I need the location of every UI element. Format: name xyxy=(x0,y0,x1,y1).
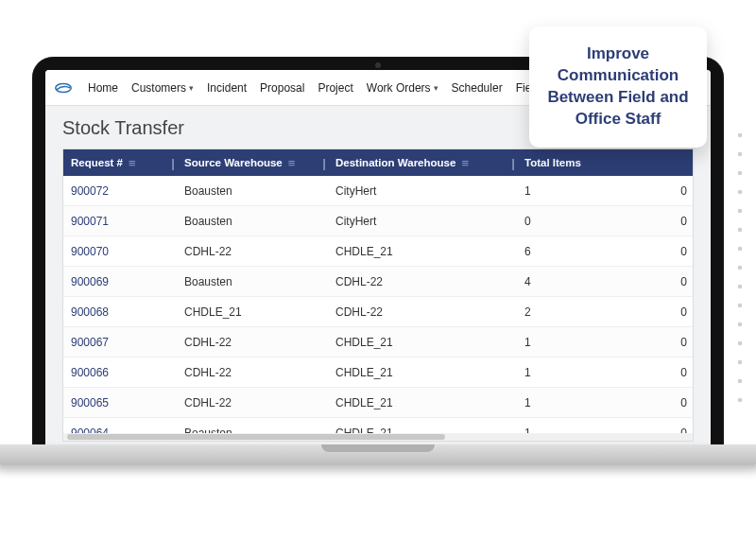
cell-destination: CDHL-22 xyxy=(328,305,517,319)
cell-request-link[interactable]: 900065 xyxy=(63,396,177,409)
table-row[interactable]: 900070CDHL-22CHDLE_2160 xyxy=(63,236,693,267)
cell-total: 1 xyxy=(517,366,640,379)
camera-dot xyxy=(375,62,381,68)
table-row[interactable]: 900068CHDLE_21CDHL-2220 xyxy=(63,297,693,327)
nav-label: Proposal xyxy=(260,81,304,95)
nav-item-work-orders[interactable]: Work Orders▾ xyxy=(360,78,445,98)
cell-extra: 0 xyxy=(640,275,693,288)
nav-label: Home xyxy=(88,81,118,95)
nav-item-customers[interactable]: Customers▾ xyxy=(125,78,200,98)
cell-request-link[interactable]: 900068 xyxy=(63,305,177,319)
cell-extra: 0 xyxy=(640,396,693,409)
cell-total: 4 xyxy=(517,275,640,288)
cell-source: CDHL-22 xyxy=(177,336,328,349)
table-header-row: Request # ≡ | Source Warehouse ≡ | Desti… xyxy=(63,149,693,176)
nav-item-proposal[interactable]: Proposal xyxy=(253,78,311,98)
cell-total: 2 xyxy=(517,305,640,319)
cell-request-link[interactable]: 900071 xyxy=(63,215,177,228)
cell-request-link[interactable]: 900072 xyxy=(63,184,177,198)
table-row[interactable]: 900066CDHL-22CHDLE_2110 xyxy=(63,357,693,388)
cell-destination: CityHert xyxy=(328,184,517,198)
nav-label: Project xyxy=(318,81,352,95)
column-header-extra[interactable] xyxy=(640,149,693,176)
cell-source: CHDLE_21 xyxy=(177,305,328,319)
nav-item-scheduler[interactable]: Scheduler xyxy=(445,78,509,98)
nav-item-project[interactable]: Project xyxy=(311,78,359,98)
nav-label: Scheduler xyxy=(452,81,503,95)
table-row[interactable]: 900071BoaustenCityHert00 xyxy=(63,206,693,236)
cell-total: 1 xyxy=(517,336,640,349)
cell-extra: 0 xyxy=(640,245,693,258)
cell-request-link[interactable]: 900069 xyxy=(63,275,177,288)
table-row[interactable]: 900069BoaustenCDHL-2240 xyxy=(63,267,693,297)
cell-destination: CHDLE_21 xyxy=(328,245,517,258)
stock-transfer-table: Request # ≡ | Source Warehouse ≡ | Desti… xyxy=(62,148,694,442)
cell-total: 1 xyxy=(517,184,640,198)
cell-destination: CDHL-22 xyxy=(328,275,517,288)
column-header-total[interactable]: Total Items xyxy=(517,149,640,176)
table-body: 900072BoaustenCityHert10900071BoaustenCi… xyxy=(63,176,693,442)
promo-text: Improve Communication Between Field and … xyxy=(547,44,688,128)
cell-source: CDHL-22 xyxy=(177,366,328,379)
cell-source: Boausten xyxy=(177,215,328,228)
chevron-down-icon: ▾ xyxy=(434,83,438,93)
nav-label: Incident xyxy=(207,81,247,95)
cell-extra: 0 xyxy=(640,366,693,379)
cell-destination: CHDLE_21 xyxy=(328,396,517,409)
cell-extra: 0 xyxy=(640,305,693,319)
cell-source: Boausten xyxy=(177,275,328,288)
cell-total: 6 xyxy=(517,245,640,258)
cell-source: CDHL-22 xyxy=(177,245,328,258)
table-row[interactable]: 900067CDHL-22CHDLE_2110 xyxy=(63,327,693,357)
table-row[interactable]: 900065CDHL-22CHDLE_2110 xyxy=(63,388,693,418)
nav-item-incident[interactable]: Incident xyxy=(200,78,253,98)
column-header-source[interactable]: Source Warehouse ≡ | xyxy=(177,149,328,176)
cell-source: CDHL-22 xyxy=(177,396,328,409)
cell-destination: CHDLE_21 xyxy=(328,366,517,379)
chevron-down-icon: ▾ xyxy=(189,83,194,93)
cell-source: Boausten xyxy=(177,184,328,198)
horizontal-scrollbar[interactable] xyxy=(63,433,693,441)
cell-request-link[interactable]: 900070 xyxy=(63,245,177,258)
column-header-request[interactable]: Request # ≡ | xyxy=(63,149,177,176)
cell-extra: 0 xyxy=(640,215,693,228)
table-row[interactable]: 900072BoaustenCityHert10 xyxy=(63,176,693,206)
promo-callout: Improve Communication Between Field and … xyxy=(529,26,707,148)
cell-destination: CityHert xyxy=(328,215,517,228)
app-logo-icon[interactable] xyxy=(53,78,74,98)
cell-extra: 0 xyxy=(640,184,693,198)
cell-extra: 0 xyxy=(640,336,693,349)
cell-request-link[interactable]: 900066 xyxy=(63,366,177,379)
column-menu-icon[interactable]: ≡ xyxy=(283,156,296,170)
column-menu-icon[interactable]: ≡ xyxy=(455,156,469,170)
cell-request-link[interactable]: 900067 xyxy=(63,336,177,349)
cell-total: 0 xyxy=(517,215,640,228)
cell-destination: CHDLE_21 xyxy=(328,336,517,349)
nav-label: Customers xyxy=(131,81,186,95)
nav-item-home[interactable]: Home xyxy=(81,78,125,98)
nav-label: Work Orders xyxy=(367,81,431,95)
column-header-destination[interactable]: Destination Warehouse ≡ | xyxy=(328,149,517,176)
laptop-base xyxy=(0,444,756,465)
cell-total: 1 xyxy=(517,396,640,409)
column-menu-icon[interactable]: ≡ xyxy=(123,156,136,170)
